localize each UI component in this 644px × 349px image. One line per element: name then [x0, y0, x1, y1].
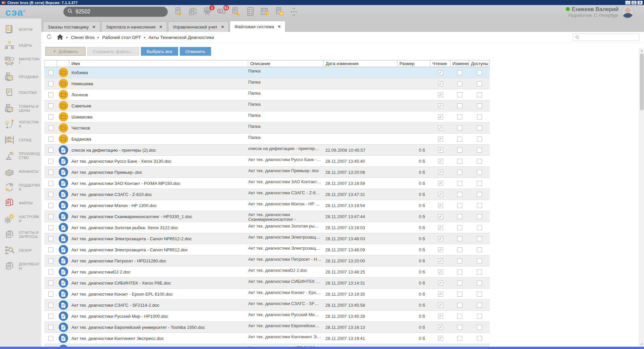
table-row[interactable]: список на дефектацию - принтеры (2).doc …: [44, 145, 490, 156]
read-checkbox[interactable]: ✓: [438, 336, 443, 341]
access-checkbox[interactable]: [477, 81, 482, 86]
table-row[interactable]: Шамакова Папка ✓: [44, 111, 490, 122]
write-checkbox[interactable]: [457, 281, 462, 286]
access-checkbox[interactable]: [477, 126, 482, 131]
avatar[interactable]: [621, 5, 634, 18]
write-checkbox[interactable]: [457, 181, 462, 186]
close-button[interactable]: ✕: [637, 1, 643, 5]
favorites-document-icon[interactable]: [173, 6, 184, 17]
row-select-checkbox[interactable]: [48, 314, 53, 319]
access-checkbox[interactable]: [477, 181, 482, 186]
table-row[interactable]: Акт тех. диагностики Золотая рыбка- Xero…: [44, 222, 490, 233]
tab-close-icon[interactable]: ✕: [93, 25, 96, 29]
row-select-checkbox[interactable]: [48, 159, 53, 164]
breadcrumb-middle[interactable]: Рабочий стол ОРТ: [102, 35, 141, 40]
row-select-checkbox[interactable]: [48, 137, 53, 142]
table-row[interactable]: Савельев Папка ✓: [44, 100, 490, 111]
table-row[interactable]: Кобзева Папка ✓: [44, 67, 490, 78]
write-checkbox[interactable]: [457, 159, 462, 164]
table-row[interactable]: Акт тех. диагностики Электрозащита - Can…: [44, 244, 490, 255]
access-checkbox[interactable]: [477, 137, 482, 142]
write-checkbox[interactable]: [457, 137, 462, 142]
table-row[interactable]: Акт тех. диагностики Электрозащита - Can…: [44, 233, 490, 244]
write-checkbox[interactable]: [457, 325, 462, 330]
add-button[interactable]: +Добавить: [45, 47, 86, 56]
write-checkbox[interactable]: [457, 214, 462, 219]
access-checkbox[interactable]: [477, 258, 482, 263]
read-checkbox[interactable]: ✓: [438, 258, 443, 263]
access-checkbox[interactable]: [477, 170, 482, 175]
access-checkbox[interactable]: [477, 314, 482, 319]
table-row[interactable]: Акт тех. диагностики СЗАГС - SF2114-2.do…: [44, 300, 490, 311]
refresh-icon[interactable]: [46, 34, 52, 41]
access-checkbox[interactable]: [477, 269, 482, 275]
row-select-checkbox[interactable]: [48, 325, 53, 330]
scroll-down-icon[interactable]: ▼: [639, 342, 644, 347]
read-checkbox[interactable]: ✓: [438, 148, 443, 153]
global-search-input[interactable]: [75, 9, 156, 15]
tab-active[interactable]: Файловая система ✕: [230, 21, 285, 32]
read-checkbox[interactable]: ✓: [438, 281, 443, 286]
read-checkbox[interactable]: ✓: [438, 203, 443, 208]
write-checkbox[interactable]: [457, 126, 462, 131]
save-files-button[interactable]: Сохранить файлы...: [87, 47, 139, 56]
write-checkbox[interactable]: [457, 192, 462, 197]
write-checkbox[interactable]: [457, 336, 462, 341]
header-name[interactable]: Имя: [69, 60, 248, 67]
row-select-checkbox[interactable]: [48, 92, 53, 97]
read-checkbox[interactable]: ✓: [438, 92, 443, 97]
read-checkbox[interactable]: ✓: [438, 314, 443, 319]
checklist-icon[interactable]: [245, 6, 256, 17]
read-checkbox[interactable]: ✓: [438, 181, 443, 186]
table-row[interactable]: Акт тех. диагностики СИБИНТЕК - Xerox P8…: [44, 278, 490, 289]
table-row[interactable]: Акт тех. диагностики СЗАГС - Z-810.doc А…: [44, 189, 490, 200]
read-checkbox[interactable]: ✓: [438, 159, 443, 164]
header-description[interactable]: Описание: [248, 60, 324, 67]
read-checkbox[interactable]: ✓: [438, 192, 443, 197]
access-checkbox[interactable]: [477, 292, 482, 297]
read-checkbox[interactable]: ✓: [438, 214, 443, 219]
write-checkbox[interactable]: [457, 269, 462, 275]
tab-inactive[interactable]: Заказы поставщику ✕: [43, 21, 100, 32]
sidebar-item-files[interactable]: ФАЙЛЫ: [0, 195, 41, 211]
cancel-button[interactable]: Отменить: [180, 47, 211, 56]
access-checkbox[interactable]: [477, 281, 482, 286]
global-search[interactable]: [63, 7, 168, 17]
sidebar-item-reports[interactable]: ОТЧЕТЫ И ЗАПРОСЫ: [0, 227, 41, 242]
row-select-checkbox[interactable]: [48, 81, 53, 86]
write-checkbox[interactable]: [457, 148, 462, 153]
row-select-checkbox[interactable]: [48, 281, 53, 286]
dashboard-chart-icon[interactable]: 1: [202, 6, 213, 17]
table-row[interactable]: Акт тех. диагностики ЗАО Контакт - PiXMA…: [44, 178, 490, 189]
tab-inactive[interactable]: Зарплата и начисления ✕: [101, 21, 167, 32]
table-row[interactable]: Акт тех. диагностики Руссо Банк - Xerox …: [44, 156, 490, 167]
table-row[interactable]: Баданова Папка ✓: [44, 134, 490, 145]
row-select-checkbox[interactable]: [48, 170, 53, 175]
access-checkbox[interactable]: [477, 192, 482, 197]
read-checkbox[interactable]: ✓: [438, 103, 443, 108]
minimize-button[interactable]: —: [625, 1, 631, 5]
row-select-checkbox[interactable]: [48, 214, 53, 219]
row-select-checkbox[interactable]: [48, 225, 53, 230]
table-row[interactable]: Акт тех. диагностики Русский Мир - HP100…: [44, 311, 490, 322]
read-checkbox[interactable]: ✓: [438, 137, 443, 142]
write-checkbox[interactable]: [457, 170, 462, 175]
access-checkbox[interactable]: [477, 103, 482, 108]
sidebar-item-marketing[interactable]: МАРКЕТИНГ: [0, 53, 41, 69]
sidebar-item-support[interactable]: ПОДДЕРЖКА: [0, 179, 41, 195]
access-checkbox[interactable]: [477, 247, 482, 252]
access-checkbox[interactable]: [477, 325, 482, 330]
row-select-checkbox[interactable]: [48, 247, 53, 252]
breadcrumb-current[interactable]: Акты Технической Диагностики: [149, 35, 214, 40]
sidebar-item-sales[interactable]: ПРОДАЖИ: [0, 69, 41, 85]
row-select-checkbox[interactable]: [48, 303, 53, 308]
sidebar-item-documents[interactable]: ДОКУМЕНТЫ: [0, 258, 41, 274]
user-block[interactable]: Еникеев Валерий Разработчик. С.-Петербур…: [566, 5, 634, 18]
read-checkbox[interactable]: ✓: [438, 81, 443, 86]
calls-document-icon[interactable]: [231, 6, 241, 17]
header-date-modified[interactable]: Дата изменения: [324, 60, 397, 67]
tab-close-icon[interactable]: ✕: [278, 24, 281, 29]
row-select-checkbox[interactable]: [48, 192, 53, 197]
write-checkbox[interactable]: [457, 81, 462, 86]
sidebar-item-forum[interactable]: ФОРУМ: [0, 21, 41, 37]
